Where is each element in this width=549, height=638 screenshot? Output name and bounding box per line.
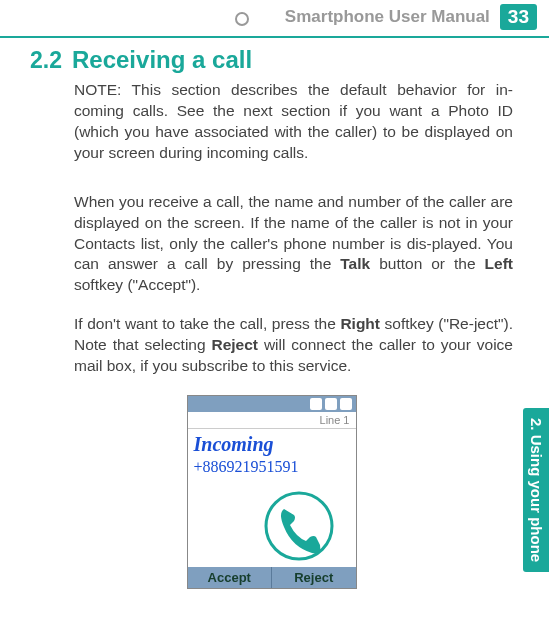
phone-screen-body: Incoming +886921951591	[188, 429, 356, 567]
accept-softkey[interactable]: Accept	[188, 567, 273, 588]
body-text: button or the	[370, 255, 484, 272]
page-content: 2.2 Receiving a call NOTE: This section …	[0, 46, 549, 589]
caller-number: +886921951591	[194, 458, 350, 476]
status-icon	[325, 398, 337, 410]
svg-point-0	[266, 493, 332, 559]
header-divider	[0, 36, 549, 38]
paragraph-receive: When you receive a call, the name and nu…	[74, 192, 513, 297]
bold-left: Left	[485, 255, 513, 272]
status-icon	[310, 398, 322, 410]
header-decorative-circle	[235, 12, 249, 26]
phone-status-bar	[188, 396, 356, 412]
section-title: Receiving a call	[72, 46, 252, 74]
handset-icon	[264, 491, 334, 561]
phone-line-label: Line 1	[188, 412, 356, 429]
bold-right: Right	[340, 315, 380, 332]
page-header: Smartphone User Manual 33	[0, 0, 549, 36]
bold-talk: Talk	[340, 255, 370, 272]
bold-reject: Reject	[211, 336, 258, 353]
paragraph-reject: If don't want to take the call, press th…	[74, 314, 513, 377]
body-text: softkey ("Accept").	[74, 276, 200, 293]
body-text: NOTE: This section describes the default…	[74, 81, 513, 161]
status-icon	[340, 398, 352, 410]
page-number-badge: 33	[500, 4, 537, 30]
chapter-side-tab: 2. Using your phone	[523, 408, 549, 572]
section-number: 2.2	[30, 47, 62, 74]
section-heading: 2.2 Receiving a call	[30, 46, 513, 74]
phone-softkey-bar: Accept Reject	[188, 567, 356, 588]
note-paragraph: NOTE: This section describes the default…	[74, 80, 513, 164]
reject-softkey[interactable]: Reject	[272, 567, 356, 588]
phone-screenshot: Line 1 Incoming +886921951591 Accept Rej…	[187, 395, 357, 589]
manual-title: Smartphone User Manual	[285, 7, 490, 27]
incoming-call-label: Incoming	[194, 433, 350, 456]
body-text: If don't want to take the call, press th…	[74, 315, 340, 332]
